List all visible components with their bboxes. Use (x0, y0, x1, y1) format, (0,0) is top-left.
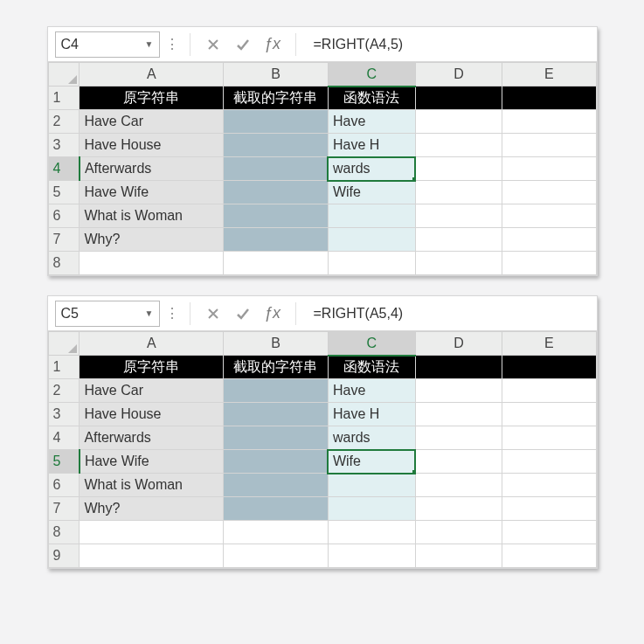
cell-C9[interactable] (328, 544, 415, 568)
cell-B2[interactable] (224, 379, 329, 403)
cell-B4[interactable] (224, 157, 329, 181)
cell-D7[interactable] (415, 228, 502, 252)
cell-D6[interactable] (415, 204, 502, 228)
cell-A3[interactable]: Have House (80, 134, 224, 157)
cell-A2[interactable]: Have Car (80, 379, 224, 403)
cell-D6[interactable] (415, 474, 502, 497)
cell-D3[interactable] (415, 403, 502, 426)
cell-C5[interactable]: Wife (328, 450, 415, 474)
column-header-E[interactable]: E (502, 332, 596, 356)
row-header[interactable]: 8 (48, 252, 80, 275)
cancel-icon[interactable] (201, 301, 225, 326)
cell-A7[interactable]: Why? (80, 228, 224, 252)
cell-A8[interactable] (80, 252, 224, 275)
row-header[interactable]: 2 (48, 379, 80, 403)
cell-E7[interactable] (502, 228, 596, 252)
fx-icon[interactable]: ƒx (260, 301, 285, 326)
cell-B7[interactable] (224, 497, 329, 521)
cell-D5[interactable] (415, 450, 502, 474)
row-header[interactable]: 8 (48, 521, 80, 544)
cell-D5[interactable] (415, 181, 502, 204)
cell-B5[interactable] (224, 450, 329, 474)
cell-C7[interactable] (328, 497, 415, 521)
cell-A4[interactable]: Afterwards (80, 157, 224, 181)
cell-E1[interactable] (502, 356, 596, 379)
cell-C3[interactable]: Have H (328, 134, 415, 157)
cell-A3[interactable]: Have House (80, 403, 224, 426)
column-header-A[interactable]: A (80, 332, 224, 356)
row-header[interactable]: 4 (48, 157, 80, 181)
cell-E2[interactable] (502, 379, 596, 403)
cell-B7[interactable] (224, 228, 329, 252)
cell-B3[interactable] (224, 134, 329, 157)
cell-B2[interactable] (224, 110, 329, 134)
cell-reference-box[interactable]: C4 ▼ (55, 31, 160, 58)
cell-E8[interactable] (502, 252, 596, 275)
row-header[interactable]: 1 (48, 356, 80, 379)
row-header[interactable]: 5 (48, 450, 80, 474)
cell-C6[interactable] (328, 204, 415, 228)
cell-A5[interactable]: Have Wife (80, 181, 224, 204)
cell-D1[interactable] (415, 356, 502, 379)
cell-B1[interactable]: 截取的字符串 (224, 87, 329, 110)
column-header-E[interactable]: E (502, 63, 596, 87)
column-header-A[interactable]: A (80, 63, 224, 87)
cell-B9[interactable] (224, 544, 329, 568)
cell-E8[interactable] (502, 521, 596, 544)
row-header[interactable]: 9 (48, 544, 80, 568)
cell-E5[interactable] (502, 181, 596, 204)
row-header[interactable]: 7 (48, 228, 80, 252)
select-all-corner[interactable] (48, 332, 80, 356)
row-header[interactable]: 3 (48, 134, 80, 157)
dropdown-icon[interactable]: ▼ (145, 39, 154, 49)
cell-E6[interactable] (502, 474, 596, 497)
cell-D1[interactable] (415, 87, 502, 110)
more-icon[interactable]: ⋮ (165, 305, 179, 322)
cell-C2[interactable]: Have (328, 110, 415, 134)
cell-E7[interactable] (502, 497, 596, 521)
cell-B5[interactable] (224, 181, 329, 204)
cell-C4[interactable]: wards (328, 426, 415, 450)
cell-D2[interactable] (415, 110, 502, 134)
formula-input[interactable]: =RIGHT(A5,4) (307, 301, 590, 327)
column-header-C[interactable]: C (328, 63, 415, 87)
cell-C2[interactable]: Have (328, 379, 415, 403)
cell-C1[interactable]: 函数语法 (328, 356, 415, 379)
column-header-B[interactable]: B (224, 332, 329, 356)
more-icon[interactable]: ⋮ (165, 36, 179, 52)
cell-D3[interactable] (415, 134, 502, 157)
accept-icon[interactable] (231, 32, 255, 57)
cell-C1[interactable]: 函数语法 (328, 87, 415, 110)
cell-B3[interactable] (224, 403, 329, 426)
row-header[interactable]: 6 (48, 474, 80, 497)
cell-A1[interactable]: 原字符串 (80, 356, 224, 379)
cell-C6[interactable] (328, 474, 415, 497)
fx-icon[interactable]: ƒx (260, 32, 285, 57)
cell-D4[interactable] (415, 157, 502, 181)
cell-D8[interactable] (415, 252, 502, 275)
cell-E6[interactable] (502, 204, 596, 228)
cell-A6[interactable]: What is Woman (80, 474, 224, 497)
cell-E9[interactable] (502, 544, 596, 568)
column-header-D[interactable]: D (415, 63, 502, 87)
cell-E4[interactable] (502, 426, 596, 450)
row-header[interactable]: 3 (48, 403, 80, 426)
cell-D4[interactable] (415, 426, 502, 450)
cell-D8[interactable] (415, 521, 502, 544)
cell-A5[interactable]: Have Wife (80, 450, 224, 474)
column-header-D[interactable]: D (415, 332, 502, 356)
cell-C8[interactable] (328, 521, 415, 544)
cell-B8[interactable] (224, 252, 329, 275)
cell-C5[interactable]: Wife (328, 181, 415, 204)
cell-A8[interactable] (80, 521, 224, 544)
select-all-corner[interactable] (48, 63, 80, 87)
cell-A7[interactable]: Why? (80, 497, 224, 521)
cell-A1[interactable]: 原字符串 (80, 87, 224, 110)
column-header-B[interactable]: B (224, 63, 329, 87)
cell-E3[interactable] (502, 403, 596, 426)
row-header[interactable]: 4 (48, 426, 80, 450)
cell-B6[interactable] (224, 474, 329, 497)
cell-reference-box[interactable]: C5 ▼ (55, 301, 160, 327)
cell-D9[interactable] (415, 544, 502, 568)
cell-A6[interactable]: What is Woman (80, 204, 224, 228)
